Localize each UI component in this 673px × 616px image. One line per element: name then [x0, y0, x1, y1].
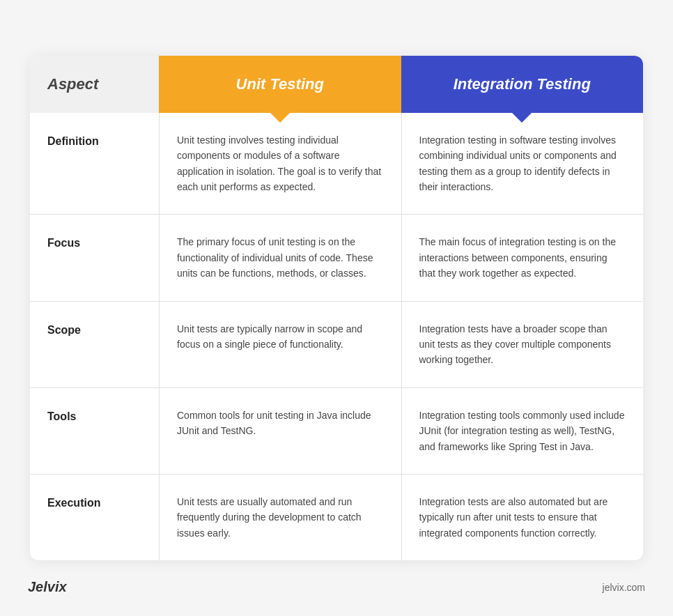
table-row: Tools Common tools for unit testing in J… [30, 388, 643, 475]
aspect-label-scope: Scope [47, 324, 81, 337]
integration-text-execution: Integration tests are also automated but… [419, 496, 608, 539]
table-row: Definition Unit testing involves testing… [30, 113, 643, 215]
aspect-cell-focus: Focus [30, 215, 159, 300]
table-row: Focus The primary focus of unit testing … [30, 215, 643, 301]
unit-cell-definition: Unit testing involves testing individual… [159, 113, 401, 215]
page-wrapper: Aspect Unit Testing Integration Testing … [0, 0, 673, 616]
table-body: Definition Unit testing involves testing… [30, 113, 643, 560]
footer-logo: Jelvix [28, 579, 67, 595]
integration-cell-scope: Integration tests have a broader scope t… [401, 302, 644, 387]
header-integration-cell: Integration Testing [401, 56, 644, 113]
aspect-label-definition: Definition [47, 135, 99, 148]
integration-testing-header-label: Integration Testing [454, 75, 591, 93]
aspect-cell-tools: Tools [30, 388, 159, 474]
aspect-cell-execution: Execution [30, 475, 159, 560]
integration-text-tools: Integration testing tools commonly used … [419, 410, 625, 452]
unit-testing-header-label: Unit Testing [236, 75, 324, 93]
unit-text-tools: Common tools for unit testing in Java in… [177, 410, 371, 436]
integration-text-scope: Integration tests have a broader scope t… [419, 323, 611, 366]
aspect-label-focus: Focus [47, 237, 80, 249]
aspect-cell-scope: Scope [30, 302, 159, 387]
table-header: Aspect Unit Testing Integration Testing [30, 56, 643, 113]
header-aspect-cell: Aspect [30, 56, 159, 113]
table-row: Scope Unit tests are typically narrow in… [30, 302, 643, 388]
unit-text-execution: Unit tests are usually automated and run… [177, 496, 362, 539]
integration-cell-focus: The main focus of integration testing is… [401, 215, 644, 300]
integration-cell-execution: Integration tests are also automated but… [401, 475, 644, 560]
unit-text-scope: Unit tests are typically narrow in scope… [177, 323, 362, 350]
footer-url: jelvix.com [603, 582, 645, 593]
page-footer: Jelvix jelvix.com [0, 565, 673, 609]
unit-cell-tools: Common tools for unit testing in Java in… [159, 388, 401, 474]
integration-cell-tools: Integration testing tools commonly used … [401, 388, 644, 474]
unit-cell-execution: Unit tests are usually automated and run… [159, 475, 401, 560]
footer-logo-text: Jelvix [28, 579, 67, 594]
aspect-label-execution: Execution [47, 497, 100, 509]
aspect-cell-definition: Definition [30, 113, 159, 215]
unit-text-definition: Unit testing involves testing individual… [177, 134, 381, 192]
header-unit-cell: Unit Testing [159, 56, 401, 113]
unit-text-focus: The primary focus of unit testing is on … [177, 236, 373, 279]
unit-cell-scope: Unit tests are typically narrow in scope… [159, 302, 401, 387]
table-row: Execution Unit tests are usually automat… [30, 475, 643, 560]
unit-cell-focus: The primary focus of unit testing is on … [159, 215, 401, 300]
aspect-label-tools: Tools [47, 410, 76, 423]
integration-text-definition: Integration testing in software testing … [419, 134, 617, 192]
integration-text-focus: The main focus of integration testing is… [419, 236, 617, 279]
integration-cell-definition: Integration testing in software testing … [401, 113, 644, 215]
comparison-table: Aspect Unit Testing Integration Testing … [30, 56, 643, 560]
aspect-header-label: Aspect [47, 75, 98, 93]
